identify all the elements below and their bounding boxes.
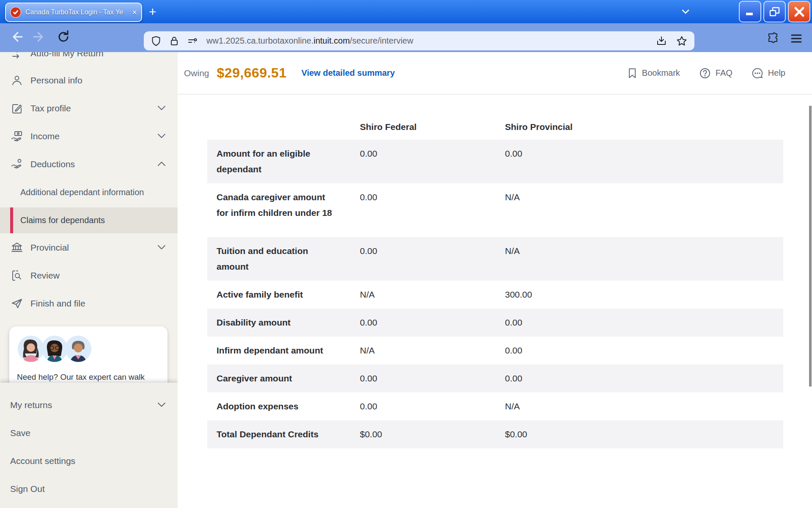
browser-tab-bar: Canada TurboTax Login - Tax Ye × + — [0, 0, 812, 23]
sidebar-item-label: Review — [30, 271, 178, 281]
table-row: Canada caregiver amount for infirm child… — [207, 183, 783, 237]
minimize-button[interactable] — [739, 1, 761, 22]
bookmark-label: Bookmark — [642, 68, 680, 78]
sidebar-item-review[interactable]: Review — [0, 266, 178, 285]
sidebar-item-label: Save — [10, 428, 167, 438]
edit-square-icon — [10, 102, 24, 115]
tab-list-chevron-icon[interactable] — [680, 8, 691, 18]
avatar — [18, 336, 44, 362]
document-search-icon — [10, 269, 24, 282]
sidebar-item-label: Deductions — [30, 159, 156, 169]
federal-value: 0.00 — [360, 398, 505, 414]
owing-label: Owing — [184, 68, 209, 78]
chevron-down-icon — [156, 400, 167, 410]
table-row: Amount for an eligible dependant 0.00 0.… — [207, 140, 783, 183]
federal-value: N/A — [360, 342, 505, 359]
sidebar-item-income[interactable]: Income — [0, 127, 178, 146]
extensions-icon[interactable] — [766, 32, 779, 46]
sidebar-item-my-returns[interactable]: My returns — [0, 391, 178, 419]
sidebar-item-sign-out[interactable]: Sign Out — [0, 475, 178, 503]
sidebar-item-label: Provincial — [30, 243, 156, 253]
tracking-shield-icon[interactable] — [151, 36, 162, 47]
avatar — [65, 336, 91, 362]
sidebar-subitem-additional-dependant[interactable]: Additional dependant information — [0, 182, 178, 202]
income-icon — [10, 130, 24, 143]
table-row: Disability amount 0.00 0.00 — [207, 309, 783, 337]
chevron-down-icon — [156, 131, 167, 141]
sidebar-subitem-label: Claims for dependants — [20, 215, 105, 225]
federal-value: 0.00 — [360, 315, 505, 331]
provincial-value: N/A — [505, 243, 783, 275]
provincial-value: 300.00 — [505, 287, 783, 303]
provincial-value: 0.00 — [505, 146, 783, 177]
header-divider — [178, 94, 812, 94]
browser-tab[interactable]: Canada TurboTax Login - Tax Ye × — [5, 3, 142, 22]
tab-title: Canada TurboTax Login - Tax Ye — [25, 8, 129, 16]
turbotax-favicon-icon — [10, 7, 21, 18]
row-label: Amount for an eligible dependant — [207, 146, 338, 177]
federal-value: 0.00 — [360, 146, 505, 177]
column-header-federal: Shiro Federal — [360, 122, 505, 140]
table-row: Adoption expenses 0.00 N/A — [207, 392, 783, 420]
row-label: Total Dependant Credits — [207, 426, 338, 442]
sidebar-item-account-settings[interactable]: Account settings — [0, 447, 178, 475]
url-bar[interactable]: ww1.2025.ca.turbotaxonline.intuit.com/se… — [144, 31, 694, 50]
lock-icon[interactable] — [169, 36, 179, 47]
chevron-down-icon — [156, 103, 167, 113]
sidebar-item-label: My returns — [10, 400, 156, 410]
downloads-icon[interactable] — [656, 35, 667, 47]
restore-button[interactable] — [763, 1, 786, 22]
sidebar-item-provincial[interactable]: Provincial — [0, 238, 178, 257]
close-button[interactable] — [788, 1, 810, 22]
sidebar-item-label: Tax profile — [30, 103, 156, 113]
federal-value: 0.00 — [360, 189, 505, 231]
bookmark-star-icon[interactable] — [676, 35, 688, 47]
sidebar-item-label: Sign Out — [10, 484, 167, 494]
help-label: Help — [768, 68, 785, 78]
sidebar-item-save[interactable]: Save — [0, 419, 178, 447]
forward-icon[interactable] — [32, 29, 47, 46]
page-header: Owing $29,669.51 View detailed summary B… — [178, 52, 812, 94]
main-content: Owing $29,669.51 View detailed summary B… — [178, 52, 812, 508]
sidebar-item-personal-info[interactable]: Personal info — [0, 71, 178, 90]
tab-close-icon[interactable]: × — [132, 8, 137, 17]
row-label: Infirm dependant amount — [207, 342, 338, 359]
faq-button[interactable]: FAQ — [699, 67, 732, 80]
paper-plane-icon — [10, 297, 24, 310]
browser-window: Canada TurboTax Login - Tax Ye × + — [0, 0, 812, 508]
deductions-icon — [10, 158, 24, 171]
row-label: Canada caregiver amount for infirm child… — [207, 189, 338, 231]
faq-label: FAQ — [716, 68, 732, 78]
url-text: ww1.2025.ca.turbotaxonline.intuit.com/se… — [206, 36, 647, 46]
sidebar-item-autofill[interactable]: Auto-fill My Return — [0, 52, 178, 63]
hamburger-menu-icon[interactable] — [790, 33, 803, 46]
avatar — [41, 336, 68, 362]
sidebar-item-label: Account settings — [10, 456, 167, 466]
table-row: Infirm dependant amount N/A 0.00 — [207, 337, 783, 364]
row-label: Adoption expenses — [207, 398, 338, 414]
sidebar-item-label: Auto-fill My Return — [30, 52, 178, 58]
view-detailed-summary-link[interactable]: View detailed summary — [302, 68, 395, 78]
new-tab-button[interactable]: + — [149, 4, 156, 19]
back-icon[interactable] — [8, 29, 24, 46]
row-label: Disability amount — [207, 315, 338, 331]
bookmark-button[interactable]: Bookmark — [627, 67, 680, 79]
sidebar-item-tax-profile[interactable]: Tax profile — [0, 99, 178, 118]
chevron-down-icon — [156, 243, 167, 253]
federal-value: 0.00 — [360, 243, 505, 275]
row-label: Tuition and education amount — [207, 243, 338, 275]
help-button[interactable]: Help — [751, 67, 785, 80]
refresh-icon[interactable] — [56, 29, 71, 46]
provincial-value: 0.00 — [505, 342, 783, 359]
expert-avatars — [18, 336, 162, 362]
page-scrollbar[interactable] — [809, 106, 812, 387]
sidebar-subitem-label: Additional dependant information — [20, 188, 144, 197]
row-label: Active family benefit — [207, 287, 338, 303]
sidebar-item-deductions[interactable]: Deductions — [0, 155, 178, 174]
person-icon — [10, 74, 24, 87]
provincial-value: 0.00 — [505, 315, 783, 331]
chevron-up-icon — [156, 159, 167, 169]
sidebar-item-finish-and-file[interactable]: Finish and file — [0, 294, 178, 313]
permissions-icon[interactable] — [187, 36, 199, 47]
sidebar-subitem-claims-for-dependants[interactable]: Claims for dependants — [0, 207, 178, 233]
